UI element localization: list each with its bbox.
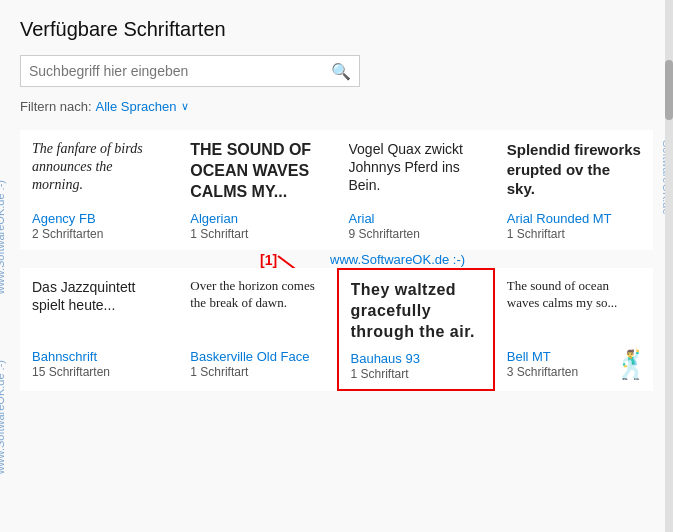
scrollbar-thumb[interactable] [665, 60, 673, 120]
page-container: www.SoftwareOK.de :-) www.SoftwareOK.de … [0, 0, 673, 532]
font-card-bauhaus[interactable]: They waltzed gracefully through the air.… [337, 268, 495, 391]
font-preview-arial: Vogel Quax zwickt Johnnys Pferd ins Bein… [349, 140, 483, 205]
font-name-agency-fb: Agency FB [32, 211, 166, 226]
font-grid-row2: Das Jazzquintett spielt heute... Bahnsch… [20, 268, 653, 391]
font-preview-arial-rounded: Splendid fireworks erupted ov the sky. [507, 140, 641, 205]
font-name-bell: Bell MT [507, 349, 641, 364]
font-name-baskerville: Baskerville Old Face [190, 349, 324, 364]
font-count-agency-fb: 2 Schriftarten [32, 227, 166, 241]
font-name-bauhaus: Bauhaus 93 [351, 351, 481, 366]
font-count-bell: 3 Schriftarten [507, 365, 641, 379]
font-count-bauhaus: 1 Schriftart [351, 367, 481, 381]
font-count-bahnschrift: 15 Schriftarten [32, 365, 166, 379]
search-bar[interactable]: 🔍 [20, 55, 360, 87]
font-preview-bell: The sound of ocean waves calms my so... [507, 278, 641, 343]
softwareok-annotation: www.SoftwareOK.de :-) [330, 252, 465, 267]
font-card-arial-rounded[interactable]: Splendid fireworks erupted ov the sky. A… [495, 130, 653, 250]
font-card-bell[interactable]: The sound of ocean waves calms my so... … [495, 268, 653, 391]
chevron-down-icon[interactable]: ∨ [181, 100, 189, 113]
font-count-algerian: 1 Schriftart [190, 227, 324, 241]
watermark-left-top: www.SoftwareOK.de :-) [0, 180, 6, 294]
scrollbar-track[interactable] [665, 0, 673, 532]
font-card-agency-fb[interactable]: The fanfare of birds announces the morni… [20, 130, 178, 250]
filter-label: Filtern nach: [20, 99, 92, 114]
font-grid-row1: The fanfare of birds announces the morni… [20, 130, 653, 250]
font-preview-bahnschrift: Das Jazzquintett spielt heute... [32, 278, 166, 343]
watermark-left-bottom: www.SoftwareOK.de :-) [0, 360, 6, 474]
search-icon[interactable]: 🔍 [331, 62, 351, 81]
font-name-arial-rounded: Arial Rounded MT [507, 211, 641, 226]
font-name-arial: Arial [349, 211, 483, 226]
font-card-baskerville[interactable]: Over the horizon comes the break of dawn… [178, 268, 336, 391]
font-card-bahnschrift[interactable]: Das Jazzquintett spielt heute... Bahnsch… [20, 268, 178, 391]
font-preview-baskerville: Over the horizon comes the break of dawn… [190, 278, 324, 343]
search-input[interactable] [29, 63, 331, 79]
font-preview-bauhaus: They waltzed gracefully through the air. [351, 280, 481, 345]
page-title: Verfügbare Schriftarten [20, 18, 653, 41]
filter-bar: Filtern nach: Alle Sprachen ∨ [20, 99, 653, 114]
font-name-bahnschrift: Bahnschrift [32, 349, 166, 364]
font-card-arial[interactable]: Vogel Quax zwickt Johnnys Pferd ins Bein… [337, 130, 495, 250]
font-card-algerian[interactable]: THE SOUND OF OCEAN WAVES CALMS MY... Alg… [178, 130, 336, 250]
font-count-baskerville: 1 Schriftart [190, 365, 324, 379]
font-count-arial-rounded: 1 Schriftart [507, 227, 641, 241]
font-preview-agency-fb: The fanfare of birds announces the morni… [32, 140, 166, 205]
font-count-arial: 9 Schriftarten [349, 227, 483, 241]
font-preview-algerian: THE SOUND OF OCEAN WAVES CALMS MY... [190, 140, 324, 205]
font-name-algerian: Algerian [190, 211, 324, 226]
filter-value[interactable]: Alle Sprachen [96, 99, 177, 114]
